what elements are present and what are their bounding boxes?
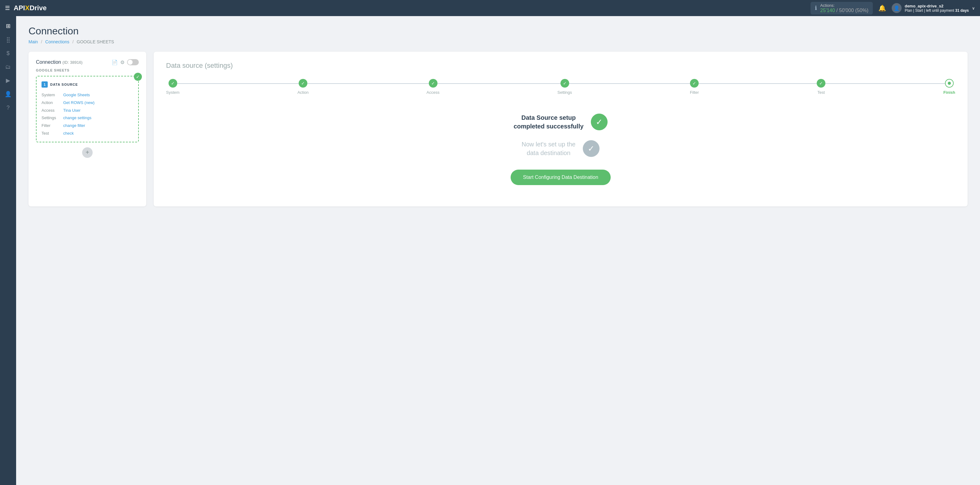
step-label-system: System	[166, 90, 180, 95]
step-circle-action: ✓	[299, 79, 307, 87]
table-row: Settings change settings	[41, 115, 133, 121]
step-settings: ✓ Settings	[557, 79, 572, 95]
row-key-action: Action	[41, 100, 63, 106]
step-finish: Finish	[943, 79, 955, 95]
step-circle-settings: ✓	[560, 79, 569, 87]
success-check-green-icon: ✓	[591, 114, 608, 130]
sidebar-item-profile[interactable]: 👤	[2, 88, 14, 100]
bell-icon[interactable]: 🔔	[878, 4, 886, 12]
user-name: demo_apix-drive_s2	[905, 4, 969, 8]
breadcrumb: Main / Connections / GOOGLE SHEETS	[29, 39, 967, 44]
steps-row: ✓ System ✓ Action ✓ Access ✓ Settings ✓	[166, 79, 955, 95]
info-icon: ℹ	[815, 5, 817, 11]
step-label-access: Access	[426, 90, 440, 95]
step-action: ✓ Action	[298, 79, 309, 95]
sidebar: ⊞ ⣿ $ 🗂 ▶ 👤 ?	[0, 16, 16, 485]
success-area: Data Source setupcompleted successfully …	[166, 113, 955, 185]
row-key-test: Test	[41, 130, 63, 137]
start-configuring-button[interactable]: Start Configuring Data Destination	[511, 170, 611, 185]
add-button[interactable]: +	[82, 147, 93, 158]
step-label-action: Action	[298, 90, 309, 95]
step-label-settings: Settings	[557, 90, 572, 95]
actions-info: Actions: 25'140 / 50'000 (50%)	[820, 3, 869, 13]
sidebar-item-run[interactable]: ▶	[2, 74, 14, 87]
navbar: ☰ APIXDrive ℹ Actions: 25'140 / 50'000 (…	[0, 0, 980, 16]
breadcrumb-current: GOOGLE SHEETS	[77, 39, 115, 44]
datasource-label: DATA SOURCE	[50, 82, 78, 86]
datasource-header: 1 DATA SOURCE	[41, 81, 133, 87]
row-key-filter: Filter	[41, 122, 63, 129]
actions-counts: 25'140 / 50'000 (50%)	[820, 8, 869, 13]
row-key-settings: Settings	[41, 115, 63, 121]
row-val-action[interactable]: Get ROWS (new)	[63, 100, 94, 106]
doc-icon[interactable]: 📄	[111, 59, 118, 65]
row-key-system: System	[41, 92, 63, 98]
step-label-filter: Filter	[690, 90, 699, 95]
table-row: Filter change filter	[41, 122, 133, 129]
success-row-primary: Data Source setupcompleted successfully …	[514, 113, 608, 131]
step-circle-finish	[945, 79, 954, 87]
datasource-box: ✓ 1 DATA SOURCE System Google Sheets Act…	[36, 76, 139, 143]
datasource-rows: System Google Sheets Action Get ROWS (ne…	[41, 92, 133, 137]
sidebar-item-dashboard[interactable]: ⣿	[2, 33, 14, 46]
logo: APIXDrive	[14, 4, 46, 12]
card-left-icons: 📄 ⚙	[111, 59, 139, 65]
actions-total: / 50'000 (50%)	[836, 8, 869, 13]
chevron-down-icon: ∨	[972, 6, 975, 11]
step-circle-access: ✓	[429, 79, 438, 87]
breadcrumb-sep2: /	[73, 39, 74, 44]
left-card: Connection (ID: 38916) 📄 ⚙ GOOGLE SHEETS…	[29, 52, 146, 206]
table-row: Access Tina User	[41, 108, 133, 114]
step-filter: ✓ Filter	[690, 79, 699, 95]
step-circle-filter: ✓	[690, 79, 699, 87]
user-info: demo_apix-drive_s2 Plan | Start | left u…	[905, 4, 969, 13]
step-circle-test: ✓	[817, 79, 826, 87]
breadcrumb-main[interactable]: Main	[29, 39, 38, 44]
card-left-title: Connection (ID: 38916)	[36, 59, 83, 65]
success-text-secondary: Now let's set up thedata destination	[522, 140, 576, 157]
row-val-access[interactable]: Tina User	[63, 108, 81, 114]
sidebar-item-home[interactable]: ⊞	[2, 20, 14, 32]
card-left-header: Connection (ID: 38916) 📄 ⚙	[36, 59, 139, 65]
right-card: Data source (settings) ✓ System ✓ Action…	[154, 52, 967, 206]
main-content: Connection Main / Connections / GOOGLE S…	[16, 16, 980, 485]
row-val-settings[interactable]: change settings	[63, 115, 91, 121]
sidebar-item-connections[interactable]: 🗂	[2, 61, 14, 73]
row-key-access: Access	[41, 108, 63, 114]
step-label-finish: Finish	[943, 90, 955, 95]
card-subtitle: GOOGLE SHEETS	[36, 68, 139, 72]
toggle-switch[interactable]	[127, 59, 139, 65]
logo-text: APIXDrive	[14, 4, 46, 12]
breadcrumb-connections[interactable]: Connections	[45, 39, 69, 44]
table-row: Test check	[41, 130, 133, 137]
table-row: Action Get ROWS (new)	[41, 100, 133, 106]
row-val-filter[interactable]: change filter	[63, 122, 85, 129]
actions-label: Actions:	[820, 3, 869, 8]
success-row-secondary: Now let's set up thedata destination ✓	[522, 140, 600, 157]
table-row: System Google Sheets	[41, 92, 133, 98]
row-val-system[interactable]: Google Sheets	[63, 92, 90, 98]
datasource-num: 1	[41, 81, 48, 87]
breadcrumb-sep1: /	[41, 39, 42, 44]
cards-row: Connection (ID: 38916) 📄 ⚙ GOOGLE SHEETS…	[29, 52, 967, 206]
step-system: ✓ System	[166, 79, 180, 95]
step-test: ✓ Test	[817, 79, 826, 95]
row-val-test[interactable]: check	[63, 130, 74, 137]
user-menu[interactable]: 👤 demo_apix-drive_s2 Plan | Start | left…	[892, 3, 975, 13]
user-plan: Plan | Start | left until payment 31 day…	[905, 8, 969, 13]
step-label-test: Test	[817, 90, 825, 95]
page-title: Connection	[29, 25, 967, 37]
datasource-check-icon: ✓	[134, 73, 142, 81]
success-text-primary: Data Source setupcompleted successfully	[514, 113, 584, 131]
success-check-gray-icon: ✓	[583, 140, 600, 157]
sidebar-item-billing[interactable]: $	[2, 47, 14, 59]
step-circle-system: ✓	[169, 79, 177, 87]
menu-icon[interactable]: ☰	[5, 5, 10, 11]
step-access: ✓ Access	[426, 79, 440, 95]
sidebar-item-help[interactable]: ?	[2, 101, 14, 114]
card-right-title: Data source (settings)	[166, 62, 955, 70]
user-avatar: 👤	[892, 3, 902, 13]
gear-icon[interactable]: ⚙	[120, 59, 124, 65]
actions-used: 25'140	[820, 8, 835, 13]
actions-box[interactable]: ℹ Actions: 25'140 / 50'000 (50%)	[811, 2, 873, 14]
